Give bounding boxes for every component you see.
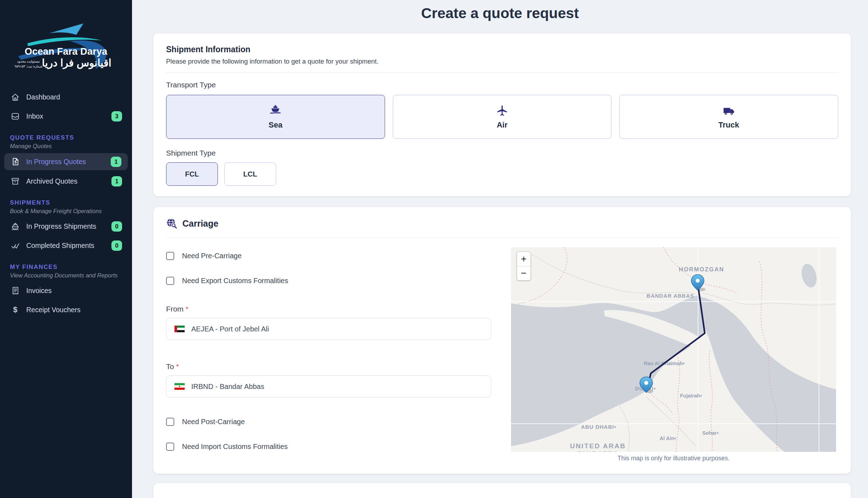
sidebar-item-archived-quotes[interactable]: Archived Quotes 1: [0, 173, 132, 189]
map-label-al-ain: Al Ain▪: [660, 435, 676, 441]
checkbox-label: Need Export Customs Formalities: [182, 277, 288, 285]
page-title: Create a quote request: [132, 5, 868, 22]
map-label-fujairah: Fujairah▪: [680, 393, 702, 399]
shipment-type-label: Shipment Type: [166, 149, 838, 157]
brand-reg-number: شماره ثبت: ٦٥٩١٥٣: [13, 64, 44, 69]
sidebar-item-label: In Progress Shipments: [26, 222, 96, 231]
from-port-select[interactable]: AEJEA - Port of Jebel Ali: [166, 318, 491, 340]
transport-type-label: Transport Type: [166, 81, 838, 89]
sidebar-item-in-progress-shipments[interactable]: In Progress Shipments 0: [0, 218, 132, 234]
sidebar-item-label: In Progress Quotes: [26, 158, 86, 166]
checkbox-label: Need Post-Carriage: [182, 418, 245, 426]
brand-name-en: Ocean Fara Darya: [11, 46, 121, 57]
route-map[interactable]: HORMOZGAN BANDAR ABBAS Ras Al Khaimah▪ D…: [511, 247, 836, 452]
carriage-heading: Carriage: [182, 218, 218, 229]
post-carriage-checkbox[interactable]: [166, 418, 174, 426]
iran-flag: [174, 383, 185, 390]
sidebar-item-label: Dashboard: [26, 93, 60, 101]
sidebar-item-label: Receipt Vouchers: [26, 306, 81, 314]
sidebar-item-label: Invoices: [26, 287, 52, 295]
inbox-count-badge: 3: [111, 111, 122, 121]
carriage-card: Carriage Need Pre-Carriage Need Export C…: [153, 207, 851, 474]
sidebar-item-in-progress-quotes[interactable]: $ In Progress Quotes 1: [4, 153, 128, 170]
map-caption: This map is only for illustrative purpos…: [511, 455, 836, 462]
to-port-select[interactable]: IRBND - Bandar Abbas: [166, 375, 491, 397]
transport-option-label: Truck: [718, 120, 739, 130]
section-header-shipments: SHIPMENTS: [0, 199, 132, 206]
card-heading: Shipment Information: [166, 45, 838, 54]
transport-option-air[interactable]: Air: [393, 95, 612, 139]
from-label-row: From*: [166, 305, 491, 313]
checkbox-label: Need Pre-Carriage: [182, 252, 242, 260]
double-check-icon: [10, 241, 21, 250]
sidebar-item-label: Archived Quotes: [26, 177, 77, 185]
map-label-abu-dhabi: ABU DHABI▪: [581, 424, 616, 430]
in-progress-quotes-badge: 1: [111, 157, 121, 167]
card-subheading: Please provide the following information…: [166, 58, 838, 65]
export-customs-checkbox-row: Need Export Customs Formalities: [166, 276, 491, 285]
sidebar-item-invoices[interactable]: Invoices: [0, 282, 132, 299]
shipment-type-fcl-button[interactable]: FCL: [166, 162, 218, 186]
truck-icon: [723, 104, 735, 117]
to-port-value: IRBND - Bandar Abbas: [191, 383, 264, 391]
section-subtitle: Manage Quotes: [0, 143, 132, 150]
from-label: From: [166, 305, 183, 313]
map-label-sohar: Sohar▪: [702, 430, 719, 436]
checkbox-label: Need Import Customs Formalities: [182, 443, 288, 451]
pre-carriage-checkbox-row: Need Pre-Carriage: [166, 251, 491, 260]
globe-search-icon: [166, 218, 177, 229]
ship-filled-icon: [269, 104, 282, 117]
shipment-type-lcl-button[interactable]: LCL: [224, 162, 276, 186]
sidebar-item-dashboard[interactable]: Dashboard: [0, 89, 132, 105]
sidebar-item-completed-shipments[interactable]: Completed Shipments 0: [0, 237, 132, 254]
archived-quotes-badge: 1: [111, 176, 122, 186]
sidebar-item-label: Inbox: [26, 112, 43, 120]
post-carriage-checkbox-row: Need Post-Carriage: [166, 417, 491, 426]
transport-option-label: Sea: [269, 120, 282, 130]
completed-shipments-badge: 0: [111, 240, 122, 251]
home-icon: [10, 92, 21, 102]
map-zoom-controls: + −: [517, 251, 531, 281]
next-section-card: [153, 483, 851, 498]
ship-icon: [10, 222, 21, 231]
divider: [166, 238, 838, 238]
brand-tagline-fa: مسئولیت محدود: [13, 59, 44, 64]
sidebar-item-receipt-vouchers[interactable]: $ Receipt Vouchers: [0, 302, 132, 318]
to-label-row: To*: [166, 362, 491, 371]
plane-icon: [496, 104, 509, 117]
required-asterisk: *: [186, 305, 188, 313]
map-zoom-in-button[interactable]: +: [517, 252, 531, 266]
uae-flag: [174, 325, 185, 332]
map-label-bandar-abbas: BANDAR ABBAS: [647, 293, 694, 299]
divider: [166, 72, 838, 73]
shipment-information-card: Shipment Information Please provide the …: [153, 33, 851, 196]
required-asterisk: *: [176, 363, 179, 370]
map-label-hormozgan: HORMOZGAN: [679, 266, 724, 272]
import-customs-checkbox[interactable]: [166, 443, 174, 451]
brand-logo: Ocean Fara Darya اقیانوس فرا دریا مسئولی…: [11, 13, 121, 73]
section-subtitle: View Accounting Documents and Reports: [0, 272, 132, 279]
brand-name-fa: اقیانوس فرا دریا: [32, 57, 121, 69]
section-header-quote-requests: QUOTE REQUESTS: [0, 134, 132, 141]
brand-registration: مسئولیت محدود شماره ثبت: ٦٥٩١٥٣: [13, 59, 44, 69]
sidebar-item-inbox[interactable]: Inbox 3: [0, 108, 132, 124]
map-zoom-out-button[interactable]: −: [517, 266, 531, 280]
transport-option-label: Air: [497, 120, 508, 130]
pre-carriage-checkbox[interactable]: [166, 252, 174, 260]
sidebar: Ocean Fara Darya اقیانوس فرا دریا مسئولی…: [0, 0, 132, 498]
to-label: To: [166, 362, 174, 370]
transport-option-truck[interactable]: Truck: [619, 95, 838, 139]
from-port-value: AEJEA - Port of Jebel Ali: [191, 325, 269, 333]
dollar-icon: $: [10, 305, 21, 314]
transport-option-sea[interactable]: Sea: [166, 95, 385, 139]
sidebar-item-label: Completed Shipments: [26, 242, 94, 250]
map-label-uae-1: UNITED ARAB: [570, 442, 626, 450]
svg-text:$: $: [13, 305, 17, 314]
archive-icon: [10, 177, 21, 186]
inbox-icon: [10, 112, 21, 121]
in-progress-shipments-badge: 0: [111, 221, 122, 232]
export-customs-checkbox[interactable]: [166, 277, 174, 285]
quote-document-icon: $: [10, 157, 21, 166]
svg-text:$: $: [14, 160, 17, 164]
map-label-uae-2: EMIRATES: [577, 450, 619, 452]
